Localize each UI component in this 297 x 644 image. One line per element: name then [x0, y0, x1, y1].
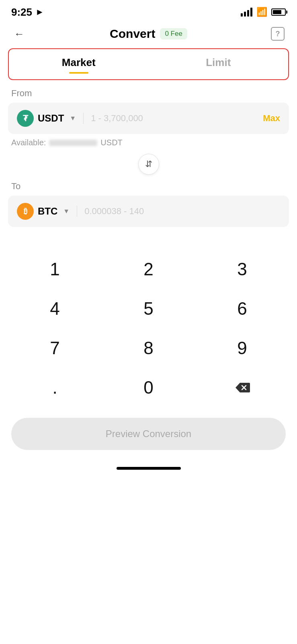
numpad-key-4[interactable]: 4 [8, 291, 102, 327]
swap-icon: ⇵ [145, 159, 152, 169]
numpad-row-2: 4 5 6 [8, 291, 289, 327]
preview-conversion-button[interactable]: Preview Conversion [11, 418, 286, 450]
max-button[interactable]: Max [263, 113, 280, 124]
to-label: To [0, 181, 297, 192]
tab-limit[interactable]: Limit [149, 49, 289, 79]
numpad-row-1: 1 2 3 [8, 251, 289, 287]
swap-btn-container: ⇵ [0, 154, 297, 175]
to-dropdown-arrow-icon: ▼ [63, 208, 70, 215]
numpad-key-9[interactable]: 9 [195, 330, 289, 366]
back-arrow-icon: ← [14, 28, 25, 40]
usdt-icon: ₮ [17, 110, 34, 127]
numpad-row-4: . 0 [8, 369, 289, 406]
home-bar [117, 467, 181, 470]
swap-button[interactable]: ⇵ [138, 154, 159, 175]
numpad-key-backspace[interactable] [195, 369, 289, 406]
status-icons: 📶 [241, 7, 286, 17]
home-indicator [0, 462, 297, 478]
header-center: Convert 0 Fee [110, 27, 187, 41]
to-currency-row: ₿ BTC ▼ 0.000038 - 140 [8, 196, 289, 227]
btc-icon: ₿ [17, 203, 34, 220]
header: ← Convert 0 Fee ? [0, 22, 297, 48]
from-amount-placeholder: 1 - 3,700,000 [91, 113, 263, 124]
from-dropdown-arrow-icon: ▼ [70, 115, 76, 122]
tab-market[interactable]: Market [9, 49, 149, 79]
available-text: Available: USDT [0, 134, 297, 147]
tab-market-underline [69, 72, 88, 74]
page-title: Convert [110, 27, 155, 41]
from-currency-selector[interactable]: ₮ USDT ▼ [17, 110, 76, 127]
preview-btn-container: Preview Conversion [0, 410, 297, 462]
numpad-key-2[interactable]: 2 [102, 251, 195, 287]
status-time: 9:25 ► [11, 6, 44, 19]
help-icon: ? [271, 27, 285, 41]
numpad-key-6[interactable]: 6 [195, 291, 289, 327]
numpad-key-3[interactable]: 3 [195, 251, 289, 287]
numpad-key-dot[interactable]: . [8, 369, 102, 406]
from-currency-row: ₮ USDT ▼ 1 - 3,700,000 Max [8, 103, 289, 134]
tab-limit-label: Limit [206, 56, 231, 69]
to-amount-placeholder: 0.000038 - 140 [84, 206, 280, 217]
numpad-key-0[interactable]: 0 [102, 369, 195, 406]
available-unit: USDT [100, 138, 122, 147]
to-coin-name: BTC [38, 206, 57, 217]
from-label: From [0, 88, 297, 99]
to-divider [77, 206, 77, 217]
status-bar: 9:25 ► 📶 [0, 0, 297, 22]
battery-icon [271, 8, 286, 16]
to-currency-selector[interactable]: ₿ BTC ▼ [17, 203, 70, 220]
available-amount-blur [49, 140, 97, 146]
numpad: 1 2 3 4 5 6 7 8 9 . 0 [0, 251, 297, 406]
numpad-key-1[interactable]: 1 [8, 251, 102, 287]
numpad-key-5[interactable]: 5 [102, 291, 195, 327]
tab-market-label: Market [62, 56, 96, 69]
signal-icon [241, 8, 252, 17]
from-coin-name: USDT [38, 113, 64, 124]
numpad-key-8[interactable]: 8 [102, 330, 195, 366]
numpad-key-7[interactable]: 7 [8, 330, 102, 366]
tab-switcher: Market Limit [8, 48, 289, 80]
back-button[interactable]: ← [11, 26, 27, 42]
help-button[interactable]: ? [270, 26, 286, 42]
from-divider [83, 113, 84, 124]
numpad-row-3: 7 8 9 [8, 330, 289, 366]
wifi-icon: 📶 [256, 7, 267, 17]
tab-limit-underline [209, 72, 228, 74]
fee-badge: 0 Fee [160, 28, 187, 39]
available-label: Available: [11, 138, 46, 147]
